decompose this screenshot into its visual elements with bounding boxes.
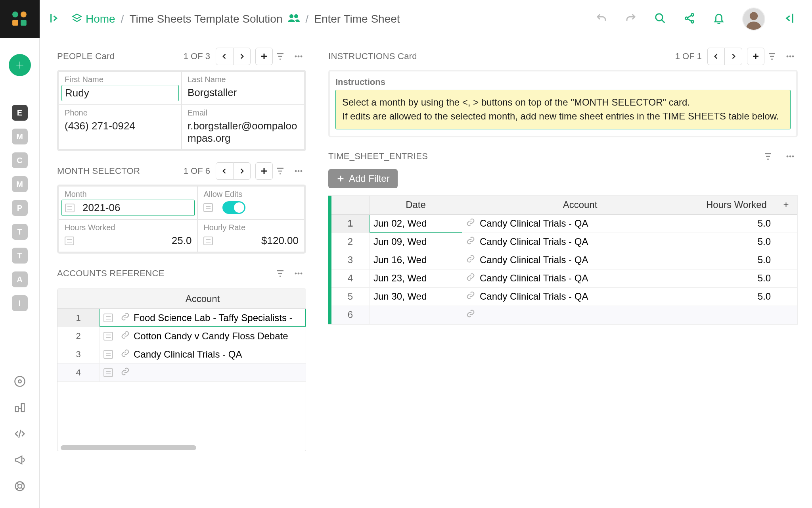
pages-icon[interactable] (71, 13, 82, 25)
code-view-icon[interactable] (14, 428, 26, 441)
share-icon[interactable] (684, 12, 695, 26)
phone-field[interactable]: Phone (436) 271-0924 (59, 105, 182, 150)
people-menu-icon[interactable] (291, 48, 306, 65)
svg-point-9 (750, 12, 758, 20)
breadcrumb-page[interactable]: Enter Time Sheet (314, 13, 400, 25)
rail-page-a-7[interactable]: A (12, 271, 28, 287)
month-prev-button[interactable] (216, 162, 233, 180)
month-next-button[interactable] (233, 162, 251, 180)
tse-row-new[interactable]: 6 (331, 306, 797, 324)
month-menu-icon[interactable] (291, 162, 306, 180)
link-icon (466, 273, 475, 284)
tse-row[interactable]: 5Jun 30, WedCandy Clinical Trials - QA5.… (331, 288, 797, 306)
last-name-field[interactable]: Last Name Borgstaller (182, 71, 304, 105)
megaphone-icon[interactable] (14, 454, 26, 468)
account-row[interactable]: 1Food Science Lab - Taffy Specialists - (57, 309, 306, 327)
row-reference-icon (103, 332, 113, 341)
tse-menu-icon[interactable] (783, 148, 798, 165)
instructions-menu-icon[interactable] (783, 48, 798, 65)
rail-page-i-8[interactable]: I (12, 295, 28, 311)
first-name-field[interactable]: First Name Rudy (59, 71, 182, 105)
svg-point-23 (301, 273, 302, 274)
breadcrumb-solution[interactable]: Time Sheets Template Solution (129, 13, 282, 25)
accounts-menu-icon[interactable] (291, 265, 306, 282)
access-rules-icon[interactable] (14, 402, 26, 415)
people-add-button[interactable] (255, 48, 273, 65)
raw-data-icon[interactable] (14, 375, 26, 389)
app-logo[interactable] (0, 0, 40, 38)
users-icon[interactable] (288, 13, 300, 25)
breadcrumb: Home / Time Sheets Template Solution / E… (82, 13, 400, 25)
svg-point-20 (301, 170, 302, 172)
add-new-button[interactable] (9, 54, 31, 76)
accounts-filter-icon[interactable] (273, 265, 288, 282)
instructions-filter-icon[interactable] (764, 48, 779, 65)
hours-worked-field[interactable]: Hours Worked 25.0 (59, 219, 197, 252)
month-field[interactable]: Month 2021-06 (59, 186, 197, 219)
instructions-text[interactable]: Select a month by using the <, > buttons… (335, 90, 791, 129)
col-hours[interactable]: Hours Worked (698, 196, 775, 214)
tse-row[interactable]: 1Jun 02, WedCandy Clinical Trials - QA5.… (331, 215, 797, 233)
month-selector-title: MONTH SELECTOR (57, 166, 140, 176)
horizontal-scrollbar[interactable] (61, 444, 303, 451)
people-filter-icon[interactable] (273, 48, 288, 65)
rail-page-t-6[interactable]: T (12, 248, 28, 264)
add-filter-button[interactable]: Add Filter (328, 169, 398, 188)
allow-edits-toggle[interactable] (222, 201, 245, 214)
svg-point-15 (295, 56, 297, 57)
svg-point-14 (18, 484, 22, 488)
svg-rect-3 (21, 20, 27, 26)
account-row[interactable]: 3Candy Clinical Trials - QA (57, 345, 306, 364)
instructions-next-button[interactable] (725, 48, 742, 65)
search-icon[interactable] (654, 12, 666, 26)
month-filter-icon[interactable] (273, 162, 288, 180)
bell-icon[interactable] (713, 12, 725, 26)
accounts-reference-header: ACCOUNTS REFERENCE (57, 264, 306, 283)
panel-toggle-left-icon[interactable] (49, 13, 60, 25)
row-reference-icon (65, 237, 74, 245)
account-row[interactable]: 2Cotton Candy v Candy Floss Debate (57, 327, 306, 345)
month-add-button[interactable] (255, 162, 273, 180)
undo-icon[interactable] (596, 12, 607, 26)
rail-page-p-4[interactable]: P (12, 200, 28, 216)
time-sheet-entries-table: Date Account Hours Worked + 1Jun 02, Wed… (328, 195, 798, 325)
instructions-card-header: INSTRUCTIONS Card 1 OF 1 (328, 47, 798, 66)
rail-page-m-1[interactable]: M (12, 129, 28, 144)
rail-page-e-0[interactable]: E (12, 105, 28, 121)
hourly-rate-field[interactable]: Hourly Rate $120.00 (197, 219, 304, 252)
row-reference-icon (103, 314, 113, 322)
avatar[interactable] (742, 8, 765, 31)
allow-edits-field[interactable]: Allow Edits (197, 186, 304, 219)
instructions-prev-button[interactable] (707, 48, 725, 65)
tse-row[interactable]: 3Jun 16, WedCandy Clinical Trials - QA5.… (331, 251, 797, 269)
tse-row[interactable]: 4Jun 23, WedCandy Clinical Trials - QA5.… (331, 269, 797, 288)
add-column-button[interactable]: + (775, 196, 797, 214)
email-field[interactable]: Email r.borgstaller@oompaloompas.org (182, 105, 304, 150)
account-row-new[interactable]: 4 (57, 364, 306, 382)
svg-point-26 (792, 56, 794, 57)
rail-page-m-3[interactable]: M (12, 176, 28, 192)
redo-icon[interactable] (625, 12, 637, 26)
people-prev-button[interactable] (216, 48, 233, 65)
row-reference-icon (203, 237, 213, 245)
top-bar: Home / Time Sheets Template Solution / E… (0, 0, 812, 38)
tse-row[interactable]: 2Jun 09, WedCandy Clinical Trials - QA5.… (331, 233, 797, 251)
panel-toggle-right-icon[interactable] (783, 12, 795, 26)
row-reference-icon (103, 368, 113, 377)
link-icon (466, 236, 475, 247)
help-icon[interactable] (14, 480, 26, 494)
col-account[interactable]: Account (462, 196, 698, 214)
col-date[interactable]: Date (370, 196, 462, 214)
people-next-button[interactable] (233, 48, 251, 65)
breadcrumb-home[interactable]: Home (86, 13, 115, 25)
accounts-reference-title: ACCOUNTS REFERENCE (57, 268, 165, 279)
tse-filter-icon[interactable] (760, 148, 776, 165)
rail-page-c-2[interactable]: C (12, 152, 28, 168)
svg-point-19 (298, 170, 299, 172)
rail-page-t-5[interactable]: T (12, 224, 28, 240)
link-icon (466, 309, 475, 320)
accounts-column-header[interactable]: Account (100, 293, 306, 304)
svg-point-29 (792, 156, 794, 157)
instructions-add-button[interactable] (747, 48, 764, 65)
link-icon (121, 331, 130, 342)
